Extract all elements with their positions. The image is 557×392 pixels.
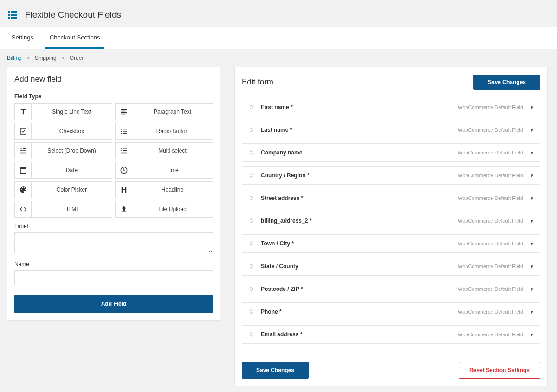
field-row[interactable]: Postcode / ZIP * WooCommerce Default Fie… [242,280,540,298]
drag-handle-icon[interactable] [248,240,254,247]
add-field-button[interactable]: Add Field [14,295,213,313]
field-row-label: Company name [261,149,458,156]
field-type-label: Headline [132,186,213,193]
label-input[interactable] [14,232,213,253]
drag-handle-icon[interactable] [248,104,254,110]
page-header: Flexible Checkout Fields [0,0,557,27]
field-row[interactable]: State / County WooCommerce Default Field… [242,257,540,276]
svg-point-15 [121,133,122,134]
field-type-clock[interactable]: Time [115,162,213,179]
drag-handle-icon[interactable] [248,149,254,156]
drag-handle-icon[interactable] [248,308,254,315]
chevron-down-icon[interactable]: ▼ [530,264,534,269]
chevron-down-icon[interactable]: ▼ [530,218,534,224]
subnav-shipping[interactable]: Shipping [35,55,57,61]
chevron-down-icon[interactable]: ▼ [530,309,534,315]
field-type-label: Single Line Text [32,109,112,115]
field-type-paragraph[interactable]: Paragraph Text [115,103,213,120]
svg-rect-17 [23,148,26,149]
reset-button[interactable]: Reset Section Settings [459,362,540,379]
field-type-label: Select (Drop Down) [32,148,112,154]
drag-handle-icon[interactable] [248,195,254,201]
field-type-multiselect[interactable]: Multi-select [115,142,213,159]
field-row-tag: WooCommerce Default Field [458,286,523,292]
field-row-label: Phone * [261,308,458,315]
svg-rect-1 [11,11,17,13]
chevron-down-icon[interactable]: ▼ [530,196,534,201]
checkbox-icon [15,123,32,139]
subnav-billing[interactable]: Billing [7,55,22,61]
field-row-tag: WooCommerce Default Field [458,127,523,133]
name-label: Name [14,261,213,268]
field-row[interactable]: Phone * WooCommerce Default Field ▼ [242,302,540,321]
drag-handle-icon[interactable] [248,286,254,292]
field-type-list[interactable]: Radio Button [115,123,213,140]
tab-checkout-sections[interactable]: Checkout Sections [45,27,104,49]
field-row-tag: WooCommerce Default Field [458,218,523,224]
field-type-upload[interactable]: File Upload [115,201,213,218]
svg-rect-9 [121,114,126,115]
svg-rect-22 [121,153,127,154]
field-row-tag: WooCommerce Default Field [458,263,523,269]
field-type-checkbox[interactable]: Checkbox [14,123,112,140]
field-row[interactable]: First name * WooCommerce Default Field ▼ [242,98,540,116]
field-row-tag: WooCommerce Default Field [458,332,523,337]
field-row[interactable]: Email address * WooCommerce Default Fiel… [242,325,540,344]
svg-rect-7 [121,111,126,112]
list-icon [116,123,132,139]
drag-handle-icon[interactable] [248,331,254,338]
chevron-down-icon[interactable]: ▼ [530,173,534,178]
field-row-label: Country / Region * [261,172,458,179]
chevron-down-icon[interactable]: ▼ [530,332,534,337]
chevron-down-icon[interactable]: ▼ [530,105,534,110]
chevron-down-icon[interactable]: ▼ [530,128,534,133]
field-row[interactable]: Country / Region * WooCommerce Default F… [242,166,540,185]
upload-icon [116,201,132,217]
tab-settings[interactable]: Settings [7,27,38,49]
field-type-label: Field Type [7,89,220,103]
drag-handle-icon[interactable] [248,127,254,133]
text-icon [15,104,32,120]
field-type-calendar[interactable]: Date [14,162,112,179]
svg-rect-16 [123,133,127,134]
field-row-tag: WooCommerce Default Field [458,195,523,201]
field-type-text[interactable]: Single Line Text [14,103,112,120]
headline-icon [116,182,132,198]
label-label: Label [14,223,213,230]
field-type-select[interactable]: Select (Drop Down) [14,142,112,159]
field-row-tag: WooCommerce Default Field [458,150,523,155]
field-row[interactable]: Town / City * WooCommerce Default Field … [242,234,540,253]
chevron-down-icon[interactable]: ▼ [530,150,534,155]
name-input[interactable] [14,270,213,285]
separator-dot [27,57,29,59]
field-type-code[interactable]: HTML [14,201,112,218]
svg-rect-0 [8,11,10,13]
logo-icon [7,9,18,20]
drag-handle-icon[interactable] [248,218,254,224]
save-button-top[interactable]: Save Changes [473,75,540,90]
field-type-label: Color Picker [32,186,112,193]
svg-rect-18 [20,150,26,151]
drag-handle-icon[interactable] [248,263,254,270]
calendar-icon [15,162,32,178]
svg-rect-2 [8,14,10,16]
subnav-order[interactable]: Order [70,55,84,61]
add-field-title: Add new field [14,75,62,84]
field-row[interactable]: billing_address_2 * WooCommerce Default … [242,212,540,230]
field-type-palette[interactable]: Color Picker [14,181,112,198]
field-row[interactable]: Street address * WooCommerce Default Fie… [242,189,540,207]
field-row-label: Postcode / ZIP * [261,286,458,292]
chevron-down-icon[interactable]: ▼ [530,287,534,292]
field-row-tag: WooCommerce Default Field [458,173,523,178]
field-type-label: Checkbox [32,128,112,135]
svg-rect-10 [20,129,26,134]
field-row[interactable]: Company name WooCommerce Default Field ▼ [242,143,540,162]
save-button-bottom[interactable]: Save Changes [242,362,309,379]
drag-handle-icon[interactable] [248,172,254,179]
field-row[interactable]: Last name * WooCommerce Default Field ▼ [242,121,540,139]
field-type-headline[interactable]: Headline [115,181,213,198]
svg-rect-14 [123,131,127,132]
field-row-tag: WooCommerce Default Field [458,309,523,315]
edit-form-title: Edit form [242,77,273,87]
chevron-down-icon[interactable]: ▼ [530,241,534,246]
